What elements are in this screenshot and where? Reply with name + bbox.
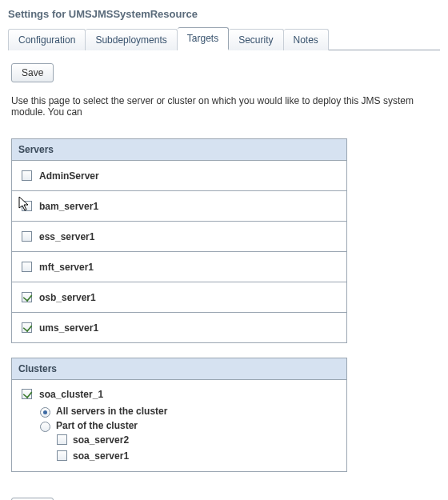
servers-header: Servers [12, 139, 346, 161]
cluster-checkbox-soa-cluster-1[interactable] [22, 389, 32, 399]
clusters-section: Clusters soa_cluster_1 All servers in th… [11, 358, 347, 472]
page-title: Settings for UMSJMSSystemResource [8, 8, 440, 20]
cluster-row: soa_cluster_1 All servers in the cluster… [12, 380, 346, 471]
cluster-mode-all-label: All servers in the cluster [56, 406, 167, 417]
server-row: osb_server1 [12, 282, 346, 313]
cluster-mode-part-label: Part of the cluster [56, 420, 138, 431]
server-checkbox-ess-server1[interactable] [22, 231, 32, 242]
intro-text: Use this page to select the server or cl… [11, 95, 437, 118]
servers-section: Servers AdminServer bam_server1 ess_serv… [11, 138, 347, 343]
tab-security[interactable]: Security [229, 29, 283, 50]
tab-targets[interactable]: Targets [178, 27, 229, 50]
clusters-header: Clusters [12, 358, 346, 380]
cluster-member-checkbox-soa-server2[interactable] [57, 434, 67, 445]
cluster-member-checkbox-soa-server1[interactable] [57, 450, 67, 461]
tab-notes[interactable]: Notes [284, 29, 329, 50]
cluster-member-label: soa_server2 [73, 434, 129, 446]
server-label: mft_server1 [39, 262, 94, 273]
server-label: bam_server1 [39, 201, 98, 212]
server-label: ess_server1 [39, 231, 94, 242]
cluster-member-label: soa_server1 [73, 450, 129, 462]
cluster-label: soa_cluster_1 [39, 389, 103, 400]
server-checkbox-ums-server1[interactable] [22, 322, 32, 333]
tab-subdeployments[interactable]: Subdeployments [86, 29, 177, 50]
tab-configuration[interactable]: Configuration [8, 29, 86, 50]
server-label: AdminServer [39, 170, 99, 182]
tab-bar: Configuration Subdeployments Targets Sec… [8, 26, 440, 50]
server-row: ums_server1 [12, 313, 346, 342]
server-checkbox-adminserver[interactable] [22, 170, 32, 181]
save-button[interactable]: Save [11, 63, 54, 82]
server-label: ums_server1 [39, 322, 98, 334]
server-row: ess_server1 [12, 222, 346, 252]
server-row: bam_server1 [12, 191, 346, 222]
cluster-mode-all-radio[interactable] [40, 407, 50, 418]
server-row: mft_server1 [12, 252, 346, 282]
server-label: osb_server1 [39, 292, 96, 303]
cluster-mode-part-radio[interactable] [40, 422, 50, 432]
server-checkbox-bam-server1[interactable] [22, 201, 32, 211]
server-row: AdminServer [12, 161, 346, 191]
server-checkbox-mft-server1[interactable] [22, 262, 32, 272]
server-checkbox-osb-server1[interactable] [22, 292, 32, 302]
